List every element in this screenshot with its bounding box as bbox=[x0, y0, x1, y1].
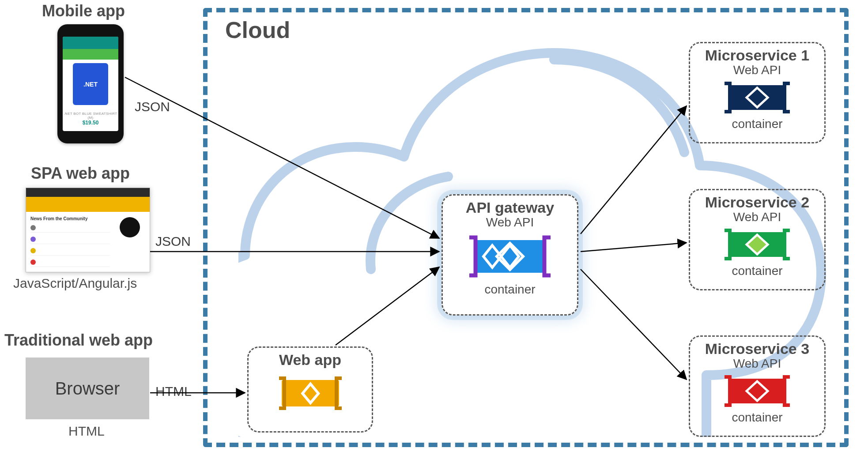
ms3-title: Microservice 3 bbox=[690, 340, 824, 357]
ms1-foot: container bbox=[690, 117, 824, 131]
spa-headline: News From the Community bbox=[30, 216, 110, 221]
ms1-api-label: Web API bbox=[690, 63, 824, 77]
webapp-pod: Web app bbox=[247, 346, 373, 433]
gateway-title: API gateway bbox=[443, 199, 577, 216]
microservice-3-pod: Microservice 3 Web API container bbox=[689, 335, 826, 437]
webapp-title: Web app bbox=[249, 351, 372, 369]
microservice-2-pod: Microservice 2 Web API container bbox=[689, 189, 826, 290]
gateway-api-label: Web API bbox=[443, 215, 577, 230]
microservice-1-pod: Microservice 1 Web API container bbox=[689, 42, 826, 143]
traditional-caption: HTML bbox=[68, 424, 105, 439]
ms2-title: Microservice 2 bbox=[690, 194, 824, 211]
spa-browser-icon: News From the Community bbox=[26, 188, 150, 272]
browser-box: Browser bbox=[26, 357, 149, 419]
mobile-client-title: Mobile app bbox=[42, 2, 125, 20]
gateway-foot: container bbox=[443, 282, 577, 297]
mobile-product-price: $19.50 bbox=[83, 120, 99, 126]
mobile-device-icon: .NET BOT BLUE SWEATSHIRT (M) $19.50 bbox=[57, 24, 124, 143]
container-icon bbox=[717, 80, 797, 115]
mobile-edge-label: JSON bbox=[135, 99, 170, 114]
spa-caption: JavaScript/Angular.js bbox=[13, 276, 137, 291]
traditional-edge-label: HTML bbox=[155, 384, 192, 399]
container-icon bbox=[717, 227, 797, 262]
api-gateway-pod: API gateway Web API container bbox=[442, 194, 578, 316]
spa-edge-label: JSON bbox=[155, 234, 191, 249]
mobile-product-caption: .NET BOT BLUE SWEATSHIRT (M) bbox=[63, 112, 118, 120]
container-icon bbox=[717, 373, 797, 409]
container-icon bbox=[461, 232, 559, 281]
container-icon bbox=[273, 371, 348, 415]
traditional-client-title: Traditional web app bbox=[4, 331, 153, 350]
cloud-title: Cloud bbox=[225, 17, 290, 43]
ms2-api-label: Web API bbox=[690, 210, 824, 224]
ms3-foot: container bbox=[690, 410, 824, 425]
ms2-foot: container bbox=[690, 264, 824, 278]
ms1-title: Microservice 1 bbox=[690, 47, 824, 64]
spa-client-title: SPA web app bbox=[31, 164, 130, 183]
ms3-api-label: Web API bbox=[690, 357, 824, 371]
